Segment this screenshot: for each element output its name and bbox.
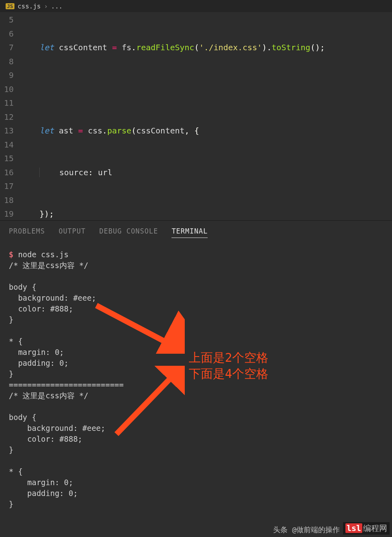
terminal-command: node css.js [18,250,69,259]
watermark-author: 头条 @做前端的操作 [273,525,340,535]
tab-problems[interactable]: PROBLEMS [9,227,45,238]
line-number: 12 [4,110,14,124]
terminal-output: /* 这里是css内容 */ body { background: #eee; … [9,261,124,508]
watermark-icon: lsl [345,523,362,533]
tab-terminal[interactable]: TERMINAL [172,227,208,238]
line-number: 11 [4,96,14,110]
code-area[interactable]: let cssContent = fs.readFileSync('./inde… [20,12,392,220]
terminal[interactable]: $ node css.js /* 这里是css内容 */ body { back… [0,242,392,510]
chevron-right-icon: › [44,2,48,10]
code-line[interactable]: }); [20,207,392,220]
tab-debug-console[interactable]: DEBUG CONSOLE [99,227,158,238]
breadcrumb[interactable]: JS css.js › ... [0,0,392,12]
code-line[interactable] [20,82,392,96]
tab-output[interactable]: OUTPUT [59,227,86,238]
line-number: 19 [4,207,14,220]
line-gutter: 5 6 7 8 9 10 11 12 13 14 15 16 17 18 19 [0,12,20,220]
panel-tabs: PROBLEMS OUTPUT DEBUG CONSOLE TERMINAL [0,220,392,242]
code-line[interactable]: let ast = css.parse(cssContent, { [20,124,392,138]
line-number: 7 [4,41,14,55]
code-line[interactable]: source: url [20,166,392,180]
line-number: 9 [4,68,14,82]
line-number: 16 [4,166,14,180]
line-number: 18 [4,193,14,207]
line-number: 5 [4,13,14,27]
breadcrumb-file[interactable]: css.js [18,2,41,10]
line-number: 15 [4,152,14,166]
code-editor[interactable]: 5 6 7 8 9 10 11 12 13 14 15 16 17 18 19 … [0,12,392,220]
file-badge-js: JS [6,3,14,9]
line-number: 14 [4,138,14,152]
line-number: 17 [4,179,14,193]
line-number: 13 [4,124,14,138]
terminal-prompt: $ [9,250,13,259]
watermark-site: lsl编程网 [343,522,390,535]
line-number: 6 [4,27,14,41]
breadcrumb-more[interactable]: ... [51,2,63,10]
line-number: 10 [4,82,14,96]
code-line[interactable]: let cssContent = fs.readFileSync('./inde… [20,41,392,55]
line-number: 8 [4,55,14,69]
